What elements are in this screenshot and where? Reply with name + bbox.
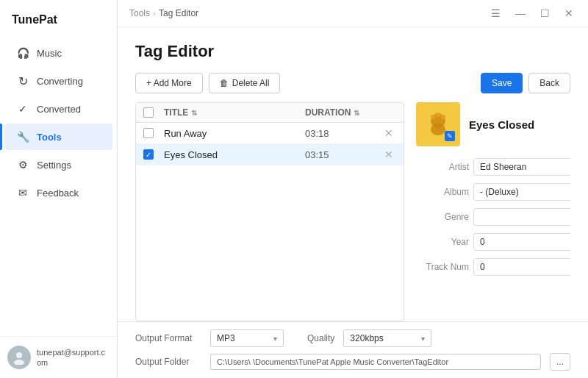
sidebar-item-converting[interactable]: ↻ Converting: [4, 68, 112, 94]
select-all-checkbox[interactable]: [143, 107, 154, 118]
output-folder-label: Output Folder: [135, 357, 201, 367]
quality-label: Quality: [307, 333, 334, 343]
add-more-button[interactable]: + Add More: [135, 73, 203, 93]
track-remove-1[interactable]: ✕: [381, 127, 396, 139]
svg-point-1: [14, 360, 24, 365]
artist-field-row: Artist: [416, 158, 570, 176]
quality-dropdown-arrow: ▾: [421, 335, 425, 343]
sidebar-item-tools[interactable]: 🔧 Tools: [4, 124, 112, 150]
sidebar: TunePat 🎧 Music ↻ Converting ✓ Converted…: [0, 0, 118, 378]
tag-editor-body: TITLE ⇅ DURATION ⇅ Run Away 03:18: [135, 102, 570, 321]
artist-input[interactable]: [473, 158, 570, 176]
check-icon: ✓: [16, 102, 29, 115]
table-row[interactable]: Run Away 03:18 ✕: [136, 123, 404, 144]
track-checkbox-1[interactable]: [143, 128, 154, 138]
svg-point-0: [16, 352, 22, 358]
sidebar-item-label: Feedback: [37, 188, 79, 199]
close-button[interactable]: ✕: [562, 6, 576, 21]
back-button[interactable]: Back: [528, 73, 570, 93]
breadcrumb-separator: ›: [153, 8, 156, 18]
app-logo: TunePat: [0, 0, 117, 37]
browse-folder-button[interactable]: ...: [550, 353, 570, 371]
sidebar-item-music[interactable]: 🎧 Music: [4, 40, 112, 66]
table-row[interactable]: ✓ Eyes Closed 03:15 ✕: [136, 144, 404, 165]
quality-select[interactable]: 320kbps ▾: [343, 329, 431, 347]
menu-button[interactable]: ☰: [488, 6, 503, 21]
tracknum-label: Track Num: [416, 262, 469, 272]
format-quality-row: Output Format MP3 ▾ Quality 320kbps ▾: [135, 329, 570, 347]
detail-panel: ✎ Eyes Closed Artist Album Genre: [416, 102, 570, 321]
sidebar-item-settings[interactable]: ⚙ Settings: [4, 151, 112, 178]
track-title-1: Run Away: [164, 128, 302, 139]
format-value: MP3: [217, 333, 270, 343]
year-input[interactable]: [473, 233, 570, 251]
delete-all-button[interactable]: 🗑 🗑 Delete All Delete All: [209, 73, 281, 93]
sidebar-item-feedback[interactable]: ✉ Feedback: [4, 179, 112, 206]
main-content: Tools › Tag Editor ☰ — ☐ ✕ Tag Editor + …: [118, 0, 588, 378]
sidebar-item-label: Settings: [37, 160, 71, 171]
genre-input[interactable]: [473, 208, 570, 226]
album-art[interactable]: ✎: [416, 102, 460, 146]
output-format-select[interactable]: MP3 ▾: [210, 329, 284, 347]
breadcrumb-current: Tag Editor: [159, 8, 198, 18]
album-label: Album: [416, 187, 469, 197]
year-label: Year: [416, 237, 469, 247]
title-bar: Tools › Tag Editor ☰ — ☐ ✕: [118, 0, 588, 27]
avatar: [7, 346, 31, 369]
minimize-button[interactable]: —: [512, 6, 528, 21]
svg-point-6: [441, 115, 445, 119]
output-folder-row: Output Folder C:\Users\ \Documents\TuneP…: [135, 353, 570, 371]
artist-label: Artist: [416, 162, 469, 172]
trash-icon: 🗑: [220, 78, 229, 88]
album-art-section: ✎ Eyes Closed: [416, 102, 570, 146]
page-content: Tag Editor + Add More 🗑 🗑 Delete All Del…: [118, 27, 588, 321]
genre-label: Genre: [416, 212, 469, 222]
sidebar-item-label: Converting: [37, 76, 83, 87]
svg-point-4: [431, 124, 445, 135]
svg-point-7: [436, 113, 440, 117]
album-field-row: Album: [416, 183, 570, 201]
user-email: tunepat@support.com: [37, 347, 110, 368]
window-controls: ☰ — ☐ ✕: [488, 6, 576, 21]
duration-column-header: DURATION: [305, 107, 351, 118]
genre-field-row: Genre: [416, 208, 570, 226]
headphones-icon: 🎧: [16, 46, 29, 60]
title-column-header: TITLE: [164, 107, 188, 118]
sidebar-item-label: Converted: [37, 104, 81, 115]
breadcrumb-parent: Tools: [129, 8, 150, 18]
format-dropdown-arrow: ▾: [273, 335, 277, 343]
svg-text:✎: ✎: [447, 132, 453, 140]
track-remove-2[interactable]: ✕: [381, 149, 396, 160]
quality-value: 320kbps: [350, 333, 418, 343]
sidebar-nav: 🎧 Music ↻ Converting ✓ Converted 🔧 Tools…: [0, 37, 117, 336]
tracknum-input[interactable]: [473, 258, 570, 276]
mail-icon: ✉: [16, 186, 29, 199]
sidebar-item-label: Tools: [37, 132, 62, 143]
track-duration-2: 03:15: [305, 149, 379, 160]
breadcrumb: Tools › Tag Editor: [129, 8, 198, 18]
duration-sort-icon: ⇅: [354, 109, 359, 117]
sidebar-footer: tunepat@support.com: [0, 336, 117, 378]
converting-icon: ↻: [16, 74, 29, 88]
bottom-bar: Output Format MP3 ▾ Quality 320kbps ▾ Ou…: [118, 321, 588, 378]
toolbar: + Add More 🗑 🗑 Delete All Delete All Sav…: [135, 73, 570, 93]
sidebar-item-converted[interactable]: ✓ Converted: [4, 96, 112, 122]
album-input[interactable]: [473, 183, 570, 201]
tools-icon: 🔧: [16, 130, 29, 143]
tracknum-field-row: Track Num: [416, 258, 570, 276]
selected-track-name: Eyes Closed: [469, 118, 534, 131]
page-title: Tag Editor: [135, 42, 570, 61]
title-sort-icon: ⇅: [191, 109, 197, 117]
svg-point-5: [431, 115, 435, 119]
sidebar-item-label: Music: [37, 48, 62, 59]
track-duration-1: 03:18: [305, 128, 379, 139]
maximize-button[interactable]: ☐: [537, 6, 553, 21]
track-list-header: TITLE ⇅ DURATION ⇅: [136, 103, 404, 123]
track-title-2: Eyes Closed: [164, 149, 302, 160]
folder-path-display: C:\Users\ \Documents\TunePat Apple Music…: [210, 354, 541, 370]
track-checkbox-2[interactable]: ✓: [143, 149, 154, 160]
output-format-label: Output Format: [135, 333, 201, 343]
gear-icon: ⚙: [16, 158, 29, 171]
save-button[interactable]: Save: [481, 73, 523, 93]
year-field-row: Year: [416, 233, 570, 251]
